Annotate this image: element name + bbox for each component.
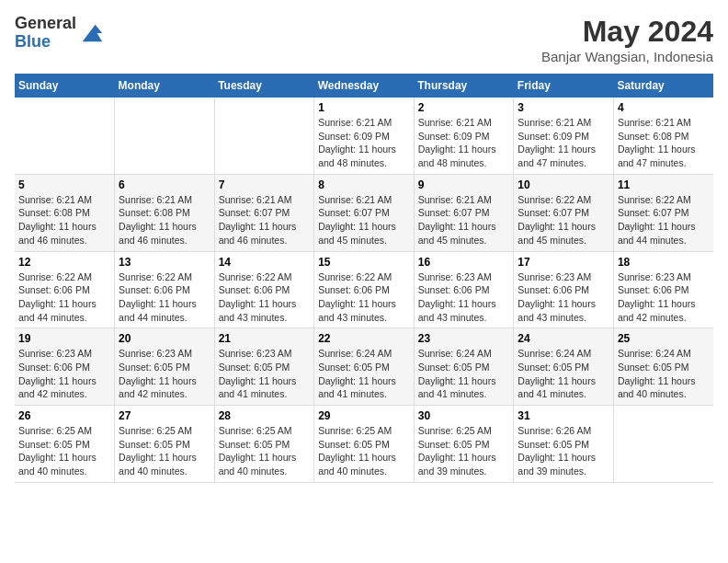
calendar-cell: 23Sunrise: 6:24 AM Sunset: 6:05 PM Dayli…	[414, 328, 514, 406]
day-info: Sunrise: 6:21 AM Sunset: 6:09 PM Dayligh…	[518, 116, 609, 170]
calendar-cell: 14Sunrise: 6:22 AM Sunset: 6:06 PM Dayli…	[214, 251, 314, 328]
day-info: Sunrise: 6:23 AM Sunset: 6:06 PM Dayligh…	[418, 270, 510, 325]
calendar-cell	[214, 98, 314, 174]
day-number: 8	[318, 178, 410, 191]
page-header: General Blue May 2024 Banjar Wangsian, I…	[15, 15, 713, 64]
calendar-week-row: 26Sunrise: 6:25 AM Sunset: 6:05 PM Dayli…	[15, 406, 713, 483]
day-info: Sunrise: 6:21 AM Sunset: 6:08 PM Dayligh…	[618, 116, 710, 170]
day-number: 23	[418, 332, 510, 345]
calendar-cell: 29Sunrise: 6:25 AM Sunset: 6:05 PM Dayli…	[314, 406, 415, 483]
subtitle: Banjar Wangsian, Indonesia	[541, 49, 713, 64]
calendar-cell: 1Sunrise: 6:21 AM Sunset: 6:09 PM Daylig…	[314, 98, 415, 174]
calendar-cell: 13Sunrise: 6:22 AM Sunset: 6:06 PM Dayli…	[115, 251, 215, 328]
column-header-wednesday: Wednesday	[314, 74, 415, 98]
calendar-cell: 17Sunrise: 6:23 AM Sunset: 6:06 PM Dayli…	[514, 251, 614, 328]
calendar-cell: 24Sunrise: 6:24 AM Sunset: 6:05 PM Dayli…	[514, 328, 614, 406]
day-info: Sunrise: 6:21 AM Sunset: 6:07 PM Dayligh…	[418, 193, 510, 247]
calendar-cell: 3Sunrise: 6:21 AM Sunset: 6:09 PM Daylig…	[514, 98, 614, 174]
day-number: 20	[119, 332, 210, 345]
day-info: Sunrise: 6:21 AM Sunset: 6:09 PM Dayligh…	[418, 116, 510, 170]
title-block: May 2024 Banjar Wangsian, Indonesia	[541, 15, 713, 64]
day-number: 11	[618, 178, 710, 191]
day-number: 21	[219, 332, 311, 345]
calendar-cell: 28Sunrise: 6:25 AM Sunset: 6:05 PM Dayli…	[214, 406, 314, 483]
day-number: 5	[18, 178, 110, 191]
svg-marker-0	[83, 24, 102, 41]
day-info: Sunrise: 6:22 AM Sunset: 6:07 PM Dayligh…	[518, 193, 609, 247]
day-number: 10	[518, 178, 609, 191]
day-info: Sunrise: 6:23 AM Sunset: 6:06 PM Dayligh…	[518, 270, 609, 325]
logo: General Blue	[15, 15, 104, 52]
calendar-cell: 9Sunrise: 6:21 AM Sunset: 6:07 PM Daylig…	[414, 174, 514, 251]
calendar-cell: 11Sunrise: 6:22 AM Sunset: 6:07 PM Dayli…	[613, 174, 713, 251]
day-info: Sunrise: 6:24 AM Sunset: 6:05 PM Dayligh…	[418, 347, 510, 401]
calendar-cell	[115, 98, 215, 174]
day-info: Sunrise: 6:25 AM Sunset: 6:05 PM Dayligh…	[418, 424, 510, 478]
day-number: 19	[18, 332, 110, 345]
day-number: 30	[418, 409, 510, 422]
calendar-cell: 4Sunrise: 6:21 AM Sunset: 6:08 PM Daylig…	[613, 98, 713, 174]
calendar-header-row: SundayMondayTuesdayWednesdayThursdayFrid…	[15, 74, 713, 98]
day-info: Sunrise: 6:26 AM Sunset: 6:05 PM Dayligh…	[518, 424, 609, 478]
day-number: 31	[518, 409, 609, 422]
calendar-cell: 18Sunrise: 6:23 AM Sunset: 6:06 PM Dayli…	[613, 251, 713, 328]
column-header-tuesday: Tuesday	[214, 74, 314, 98]
day-info: Sunrise: 6:21 AM Sunset: 6:08 PM Dayligh…	[119, 193, 210, 247]
calendar-week-row: 1Sunrise: 6:21 AM Sunset: 6:09 PM Daylig…	[15, 98, 713, 174]
day-info: Sunrise: 6:22 AM Sunset: 6:06 PM Dayligh…	[18, 270, 110, 325]
day-number: 1	[318, 101, 410, 114]
day-info: Sunrise: 6:24 AM Sunset: 6:05 PM Dayligh…	[618, 347, 710, 401]
calendar-week-row: 12Sunrise: 6:22 AM Sunset: 6:06 PM Dayli…	[15, 251, 713, 328]
day-info: Sunrise: 6:25 AM Sunset: 6:05 PM Dayligh…	[18, 424, 110, 478]
calendar-cell: 30Sunrise: 6:25 AM Sunset: 6:05 PM Dayli…	[414, 406, 514, 483]
day-info: Sunrise: 6:24 AM Sunset: 6:05 PM Dayligh…	[518, 347, 609, 401]
calendar-cell: 16Sunrise: 6:23 AM Sunset: 6:06 PM Dayli…	[414, 251, 514, 328]
day-info: Sunrise: 6:25 AM Sunset: 6:05 PM Dayligh…	[219, 424, 311, 478]
column-header-monday: Monday	[115, 74, 215, 98]
calendar-cell: 7Sunrise: 6:21 AM Sunset: 6:07 PM Daylig…	[214, 174, 314, 251]
calendar-cell: 27Sunrise: 6:25 AM Sunset: 6:05 PM Dayli…	[115, 406, 215, 483]
day-info: Sunrise: 6:21 AM Sunset: 6:07 PM Dayligh…	[219, 193, 311, 247]
day-info: Sunrise: 6:24 AM Sunset: 6:05 PM Dayligh…	[318, 347, 410, 401]
day-number: 9	[418, 178, 510, 191]
column-header-saturday: Saturday	[613, 74, 713, 98]
calendar-table: SundayMondayTuesdayWednesdayThursdayFrid…	[15, 74, 713, 483]
calendar-cell: 10Sunrise: 6:22 AM Sunset: 6:07 PM Dayli…	[514, 174, 614, 251]
calendar-cell: 2Sunrise: 6:21 AM Sunset: 6:09 PM Daylig…	[414, 98, 514, 174]
logo-general: General	[15, 14, 76, 32]
main-title: May 2024	[541, 15, 713, 49]
calendar-cell: 21Sunrise: 6:23 AM Sunset: 6:05 PM Dayli…	[214, 328, 314, 406]
day-info: Sunrise: 6:23 AM Sunset: 6:06 PM Dayligh…	[618, 270, 710, 325]
day-number: 14	[219, 256, 311, 269]
day-info: Sunrise: 6:25 AM Sunset: 6:05 PM Dayligh…	[119, 424, 210, 478]
day-info: Sunrise: 6:22 AM Sunset: 6:06 PM Dayligh…	[318, 270, 410, 325]
day-info: Sunrise: 6:23 AM Sunset: 6:06 PM Dayligh…	[18, 347, 110, 401]
day-number: 27	[119, 409, 210, 422]
day-info: Sunrise: 6:23 AM Sunset: 6:05 PM Dayligh…	[119, 347, 210, 401]
calendar-cell: 5Sunrise: 6:21 AM Sunset: 6:08 PM Daylig…	[15, 174, 115, 251]
day-number: 17	[518, 256, 609, 269]
day-info: Sunrise: 6:21 AM Sunset: 6:08 PM Dayligh…	[18, 193, 110, 247]
calendar-week-row: 19Sunrise: 6:23 AM Sunset: 6:06 PM Dayli…	[15, 328, 713, 406]
calendar-cell	[613, 406, 713, 483]
calendar-cell: 26Sunrise: 6:25 AM Sunset: 6:05 PM Dayli…	[15, 406, 115, 483]
day-number: 25	[618, 332, 710, 345]
logo-icon	[78, 20, 104, 46]
day-info: Sunrise: 6:22 AM Sunset: 6:06 PM Dayligh…	[219, 270, 311, 325]
day-number: 12	[18, 256, 110, 269]
day-info: Sunrise: 6:22 AM Sunset: 6:07 PM Dayligh…	[618, 193, 710, 247]
day-number: 2	[418, 101, 510, 114]
calendar-cell: 6Sunrise: 6:21 AM Sunset: 6:08 PM Daylig…	[115, 174, 215, 251]
day-number: 28	[219, 409, 311, 422]
day-number: 18	[618, 256, 710, 269]
calendar-cell: 31Sunrise: 6:26 AM Sunset: 6:05 PM Dayli…	[514, 406, 614, 483]
calendar-cell	[15, 98, 115, 174]
calendar-cell: 25Sunrise: 6:24 AM Sunset: 6:05 PM Dayli…	[613, 328, 713, 406]
calendar-week-row: 5Sunrise: 6:21 AM Sunset: 6:08 PM Daylig…	[15, 174, 713, 251]
day-number: 3	[518, 101, 609, 114]
day-number: 4	[618, 101, 710, 114]
calendar-cell: 22Sunrise: 6:24 AM Sunset: 6:05 PM Dayli…	[314, 328, 415, 406]
day-number: 15	[318, 256, 410, 269]
day-number: 29	[318, 409, 410, 422]
day-info: Sunrise: 6:22 AM Sunset: 6:06 PM Dayligh…	[119, 270, 210, 325]
